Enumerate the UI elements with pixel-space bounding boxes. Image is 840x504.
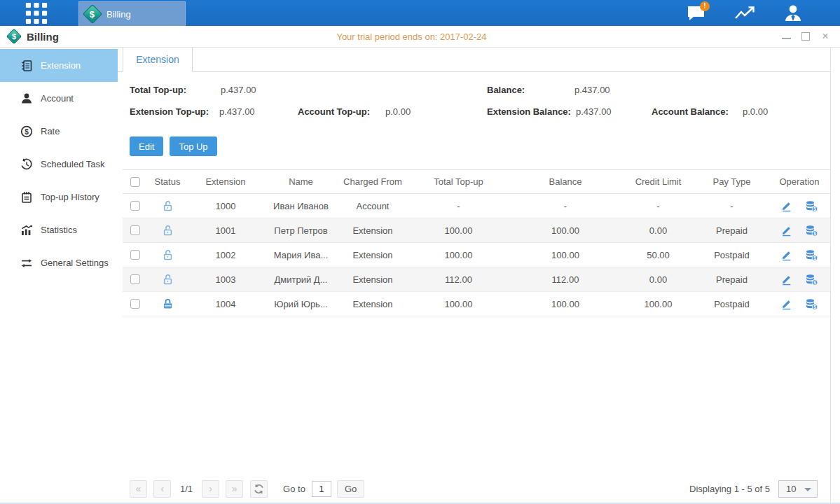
column-header-operation: Operation <box>769 170 830 194</box>
sidebar-item-rate[interactable]: $Rate <box>0 115 118 148</box>
svg-text:$: $ <box>25 127 29 135</box>
column-header-total-top-up: Total Top-up <box>408 170 509 194</box>
topbar-billing-tab[interactable]: $ Billing <box>78 1 186 26</box>
close-button[interactable]: × <box>820 31 830 41</box>
cell-charged-from: Extension <box>338 218 408 243</box>
table-row: 1002Мария Ива...Extension100.00100.0050.… <box>123 243 830 267</box>
go-button[interactable]: Go <box>337 480 364 498</box>
status-locked-icon <box>162 298 174 310</box>
extension-icon <box>20 59 33 72</box>
row-checkbox[interactable] <box>130 225 140 235</box>
cell-credit-limit: 0.00 <box>621 267 695 292</box>
account-topup-value: p.0.00 <box>385 101 411 122</box>
maximize-button[interactable] <box>801 32 810 41</box>
edit-row-button[interactable] <box>780 298 792 310</box>
cell-name: Петр Петров <box>264 218 338 243</box>
cell-total-topup: 100.00 <box>408 292 509 316</box>
row-checkbox[interactable] <box>130 201 140 211</box>
sidebar-item-general-settings[interactable]: General Settings <box>0 246 118 279</box>
pagination-bar: « ‹ 1/1 › » Go to Go Displaying 1 <box>130 479 818 498</box>
cell-extension: 1002 <box>187 243 264 267</box>
status-unlocked-icon <box>162 225 174 237</box>
svg-text:$: $ <box>813 206 816 211</box>
balance-label: Balance: <box>487 79 525 101</box>
cell-balance: 112.00 <box>509 267 621 292</box>
account-balance-label: Account Balance: <box>652 101 729 122</box>
prev-page-button[interactable]: ‹ <box>153 480 171 498</box>
edit-row-button[interactable] <box>780 274 792 286</box>
sidebar-item-label: Top-up History <box>41 192 99 202</box>
row-checkbox[interactable] <box>130 299 140 309</box>
cell-pay-type: Prepaid <box>695 218 769 243</box>
cell-extension: 1001 <box>187 218 264 243</box>
sidebar-item-scheduled-task[interactable]: Scheduled Task <box>0 148 118 181</box>
topup-row-button[interactable]: $ <box>805 200 818 212</box>
topup-row-button[interactable]: $ <box>805 225 818 237</box>
topup-history-icon <box>20 191 33 204</box>
page-size-select[interactable]: 10 <box>778 480 818 498</box>
row-checkbox[interactable] <box>130 274 140 284</box>
sidebar-item-extension[interactable]: Extension <box>0 49 118 82</box>
svg-text:$: $ <box>813 279 816 285</box>
cell-balance: 100.00 <box>509 292 621 316</box>
table-row: 1001Петр ПетровExtension100.00100.000.00… <box>123 218 830 243</box>
cell-balance: 100.00 <box>509 218 621 243</box>
total-topup-label: Total Top-up: <box>130 79 186 101</box>
sidebar-item-label: Extension <box>41 60 81 71</box>
refresh-button[interactable] <box>250 480 268 498</box>
edit-row-button[interactable] <box>780 249 792 261</box>
edit-row-button[interactable] <box>780 200 792 212</box>
cell-total-topup: - <box>408 194 509 218</box>
edit-row-button[interactable] <box>780 225 792 237</box>
top-up-button[interactable]: Top Up <box>170 136 216 156</box>
billing-app-icon: $ <box>83 4 102 24</box>
column-header-pay-type: Pay Type <box>695 170 769 194</box>
column-header-status: Status <box>148 170 187 194</box>
window-controls: × <box>782 26 830 47</box>
sidebar-item-label: General Settings <box>41 258 109 268</box>
cell-extension: 1003 <box>187 267 264 292</box>
sidebar-item-statistics[interactable]: Statistics <box>0 214 118 246</box>
select-all-checkbox[interactable] <box>130 177 140 187</box>
sidebar-item-label: Statistics <box>41 225 77 235</box>
column-header-charged-from: Charged From <box>338 170 408 194</box>
topup-row-button[interactable]: $ <box>805 298 818 310</box>
topup-row-button[interactable]: $ <box>805 274 818 286</box>
next-page-button[interactable]: › <box>202 480 219 498</box>
cell-charged-from: Extension <box>338 292 408 316</box>
window-titlebar: $ Billing Your trial period ends on: 201… <box>0 26 840 48</box>
balance-value: p.437.00 <box>574 79 610 101</box>
svg-text:$: $ <box>813 304 816 309</box>
row-checkbox[interactable] <box>130 250 140 260</box>
user-icon[interactable] <box>780 1 806 26</box>
goto-page-input[interactable] <box>312 481 331 497</box>
first-page-button[interactable]: « <box>130 480 147 498</box>
cell-credit-limit: - <box>621 194 695 218</box>
scheduled-task-icon <box>20 158 33 171</box>
status-unlocked-icon <box>162 274 174 286</box>
sidebar-item-account[interactable]: Account <box>0 82 118 115</box>
cell-pay-type: - <box>695 194 769 218</box>
window-title: Billing <box>27 31 59 43</box>
trial-notice: Your trial period ends on: 2017-02-24 <box>336 31 486 42</box>
displaying-text: Displaying 1 - 5 of 5 <box>689 484 770 494</box>
sidebar-item-top-up-history[interactable]: Top-up History <box>0 181 118 214</box>
last-page-button[interactable]: » <box>226 480 243 498</box>
statistics-icon <box>20 224 33 237</box>
statistics-chart-icon[interactable] <box>732 1 757 26</box>
account-icon <box>20 92 33 105</box>
minimize-button[interactable] <box>782 34 791 39</box>
table-header: StatusExtensionNameCharged FromTotal Top… <box>123 170 830 194</box>
topup-row-button[interactable]: $ <box>805 249 818 261</box>
edit-button[interactable]: Edit <box>130 136 163 156</box>
messages-icon[interactable]: ! <box>684 1 709 26</box>
cell-pay-type: Prepaid <box>695 267 769 292</box>
table-body: 1000Иван ИвановAccount----$1001Петр Петр… <box>123 194 830 316</box>
cell-total-topup: 100.00 <box>408 243 509 267</box>
column-header-extension: Extension <box>187 170 264 194</box>
cell-pay-type: Postpaid <box>695 292 769 316</box>
extensions-table: StatusExtensionNameCharged FromTotal Top… <box>123 169 830 316</box>
apps-grid-icon[interactable] <box>24 1 49 26</box>
cell-name: Мария Ива... <box>264 243 338 267</box>
tab-extension[interactable]: Extension <box>123 48 193 72</box>
